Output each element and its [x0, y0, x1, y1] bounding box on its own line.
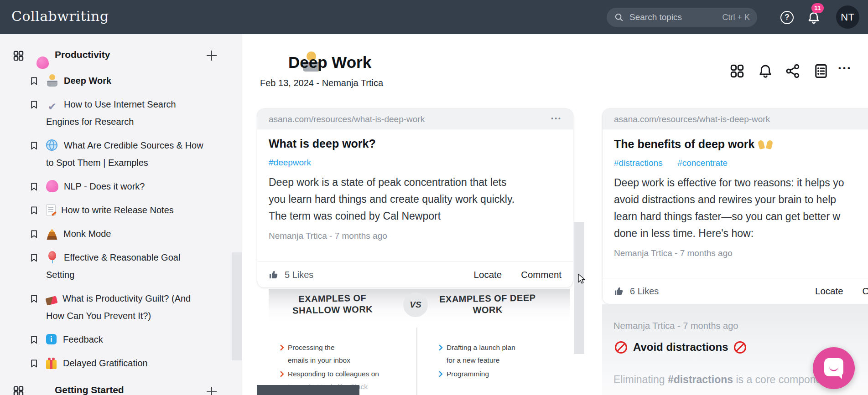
check-mark-emoji	[46, 101, 58, 113]
snippet-author: Nemanja Trtica - 7 months ago	[614, 248, 868, 258]
bookmark-icon	[29, 334, 39, 345]
sidebar-item-label: Monk Mode	[63, 229, 111, 239]
locate-button[interactable]: Locate	[474, 269, 502, 280]
column-scrollbar[interactable]	[574, 222, 584, 354]
more-options-button[interactable]: •••	[838, 64, 852, 73]
divider	[416, 328, 417, 395]
comment-heading: Avoid distractions	[615, 341, 746, 354]
sidebar-item-delayed-gratification[interactable]: Delayed Gratification	[29, 354, 225, 372]
sidebar-item-label: NLP - Does it work?	[64, 181, 145, 191]
snippet-footer: 6 Likes Locate Comment	[603, 278, 868, 304]
card-menu-button[interactable]: •••	[551, 109, 562, 128]
bookmark-icon	[29, 205, 39, 216]
memo-emoji	[46, 204, 56, 216]
snippet-text-line: The term was coined by Cal Newport	[269, 208, 561, 225]
app-logo: Collabwriting	[11, 8, 109, 24]
deep-work-heading: EXAMPLES OF DEEP WORK	[431, 292, 545, 317]
snippet-text-line: Deep work is effective for two reasons: …	[614, 174, 868, 191]
chevron-right-icon	[278, 371, 284, 377]
sidebar-item-internet-search[interactable]: How to Use Internet Search Engines for R…	[29, 96, 225, 130]
comment-button[interactable]: Comment	[863, 286, 868, 297]
comment-button[interactable]: Comment	[521, 269, 561, 280]
chevron-right-icon	[437, 371, 443, 377]
grid-icon[interactable]	[12, 50, 25, 62]
bookmark-icon	[29, 181, 39, 192]
add-topic-button[interactable]	[205, 49, 218, 62]
raised-hands-emoji	[757, 137, 774, 149]
share-icon[interactable]	[785, 63, 801, 79]
likes-count[interactable]: 6 Likes	[630, 286, 659, 297]
tag-distractions[interactable]: #distractions	[668, 374, 733, 385]
grid-view-button[interactable]	[729, 63, 745, 79]
sidebar-item-nlp[interactable]: NLP - Does it work?	[29, 178, 225, 195]
bookmark-icon	[29, 293, 39, 304]
source-url[interactable]: asana.com/resources/what-is-deep-work	[269, 109, 561, 129]
temple-emoji	[46, 229, 58, 240]
snippet-text-line: avoid distractions and rewires your brai…	[614, 191, 868, 208]
sidebar-item-monk-mode[interactable]: Monk Mode	[29, 225, 225, 242]
snippet-author: Nemanja Trtica - 7 months ago	[269, 231, 561, 241]
mouse-cursor	[577, 273, 588, 285]
comment-body: Eliminating #distractions is a core comp…	[613, 374, 839, 386]
search-input[interactable]: Search topics Ctrl + K	[607, 8, 757, 27]
chat-launcher-button[interactable]	[813, 347, 855, 389]
snippet-source-bar[interactable]: asana.com/resources/what-is-deep-work ••…	[257, 109, 573, 129]
sidebar-item-credible-sources[interactable]: What Are Credible Sources & How to Spot …	[29, 137, 225, 171]
snippet-source-bar[interactable]: asana.com/resources/what-is-deep-work	[603, 109, 868, 129]
thumbs-up-icon[interactable]	[269, 269, 280, 280]
sidebar-item-label: Feedback	[63, 334, 103, 344]
gift-emoji	[46, 360, 57, 369]
snippet-title: What is deep work?	[269, 137, 561, 150]
vs-badge: VS	[403, 292, 428, 317]
tag-deepwork[interactable]: #deepwork	[269, 158, 311, 167]
laptop-person-emoji	[46, 74, 58, 87]
snippet-preview-image[interactable]: EXAMPLES OF SHALLOW WORK VS EXAMPLES OF …	[269, 289, 570, 395]
shallow-work-heading: EXAMPLES OF SHALLOW WORK	[275, 292, 390, 317]
sidebar-section-title[interactable]: Productivity	[55, 49, 110, 60]
chat-bubble-icon	[824, 358, 843, 376]
shallow-work-item: Processing the emails in your inbox	[288, 343, 350, 365]
balloon-emoji	[46, 251, 58, 263]
bell-icon[interactable]	[757, 63, 774, 79]
sidebar-item-label: What Are Credible Sources & How to Spot …	[46, 140, 203, 168]
tag-distractions[interactable]: #distractions	[614, 158, 663, 168]
deep-work-item: Drafting a launch plan for a new feature	[447, 343, 515, 365]
sidebar-item-release-notes[interactable]: How to write Release Notes	[29, 201, 225, 219]
comment-author: Nemanja Trtica - 7 months ago	[613, 321, 738, 331]
snippet-text-line: you learn hard things and create quality…	[269, 191, 561, 208]
sidebar-item-deep-work[interactable]: Deep Work	[29, 72, 225, 89]
add-topic-button[interactable]	[205, 385, 218, 395]
bookmark-icon	[29, 252, 39, 263]
likes-count[interactable]: 5 Likes	[285, 270, 313, 280]
bookmark-icon	[29, 99, 39, 110]
user-avatar[interactable]: NT	[836, 5, 859, 29]
globe-emoji	[46, 139, 57, 151]
bookmark-icon	[29, 358, 39, 369]
snippet-footer: 5 Likes Locate Comment	[257, 262, 573, 287]
source-url[interactable]: asana.com/resources/what-is-deep-work	[614, 109, 868, 129]
tag-concentrate[interactable]: #concentrate	[677, 158, 728, 168]
bookmark-icon	[29, 228, 39, 240]
sidebar-item-feedback[interactable]: Feedback	[29, 331, 225, 348]
help-button[interactable]: ?	[780, 11, 794, 24]
chocolate-emoji	[45, 296, 57, 305]
sidebar-item-productivity-guilt[interactable]: What is Productivity Guilt? (And How Can…	[29, 290, 225, 324]
locate-button[interactable]: Locate	[815, 286, 843, 297]
top-header-bar: Collabwriting Search topics Ctrl + K ? 1…	[0, 0, 868, 34]
sidebar-section-title-getting-started[interactable]: Getting Started	[55, 385, 124, 395]
snippet-text-line: done in less time. Here's how:	[614, 225, 868, 242]
grid-icon[interactable]	[12, 385, 25, 395]
deep-work-item: Programming	[447, 369, 489, 379]
sidebar-item-goal-setting[interactable]: Effective & Reasonable Goal Setting	[29, 249, 225, 283]
thumbs-up-icon[interactable]	[614, 286, 625, 297]
list-icon[interactable]	[813, 63, 829, 79]
sidebar-scrollbar[interactable]	[232, 252, 242, 360]
brain-emoji	[36, 56, 49, 69]
sidebar-item-label: What is Productivity Guilt? (And How Can…	[46, 293, 191, 321]
sidebar-item-label: How to Use Internet Search Engines for R…	[46, 99, 176, 127]
bookmark-icon	[29, 75, 39, 87]
snippet-text-line: Deep work is a state of peak concentrati…	[269, 174, 561, 191]
sidebar-item-label: How to write Release Notes	[61, 205, 174, 215]
app-window: Collabwriting Search topics Ctrl + K ? 1…	[0, 0, 868, 395]
snippet-card-benefits-of-deep-work: asana.com/resources/what-is-deep-work Th…	[602, 108, 868, 304]
